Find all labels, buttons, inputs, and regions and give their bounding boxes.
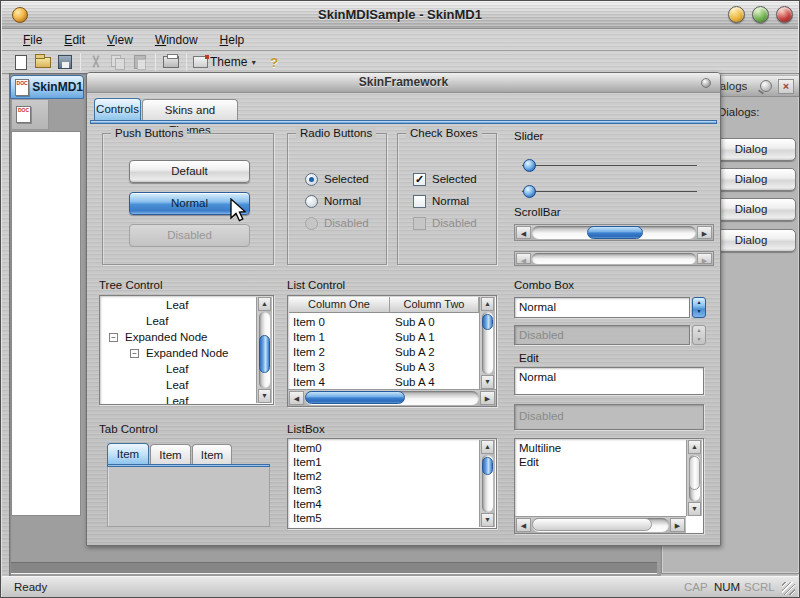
radio-selected[interactable] [305, 173, 318, 186]
dialogs-panel-close-button[interactable]: × [778, 79, 794, 94]
slider-track-1[interactable] [522, 165, 697, 167]
save-button[interactable] [54, 52, 76, 72]
list-cell[interactable]: Item 0 [293, 316, 325, 328]
tab-item-2[interactable]: Item [150, 444, 191, 464]
tree-collapse-icon[interactable]: − [130, 349, 139, 358]
list-cell[interactable]: Sub A 2 [395, 346, 435, 358]
open-button[interactable] [32, 52, 54, 72]
push-button-default[interactable]: Default [129, 160, 250, 183]
list-column-two[interactable]: Column Two [390, 297, 479, 313]
scrollbar-thumb[interactable] [482, 314, 493, 330]
scrollbar-thumb[interactable] [587, 226, 643, 239]
menu-view[interactable]: View [104, 31, 136, 49]
scroll-up-icon[interactable]: ▲ [481, 297, 494, 311]
list-cell[interactable]: Item 3 [293, 361, 325, 373]
toolbar-separator [155, 53, 156, 71]
listbox-item[interactable]: Item5 [293, 512, 322, 524]
mdi-workspace-bottom-edge [11, 562, 657, 574]
tree-collapse-icon[interactable]: − [109, 333, 118, 342]
list-column-one[interactable]: Column One [289, 297, 390, 313]
pin-icon[interactable] [760, 80, 772, 92]
combo-box-label: Combo Box [514, 279, 574, 291]
tree-item[interactable]: Leaf [166, 395, 188, 405]
theme-label: Theme [210, 55, 247, 69]
close-button[interactable] [776, 6, 793, 23]
listbox-item[interactable]: Item4 [293, 498, 322, 510]
new-button[interactable] [10, 52, 32, 72]
menu-file[interactable]: File [20, 31, 45, 49]
combo-normal[interactable]: Normal [514, 297, 690, 318]
maximize-button[interactable] [752, 6, 769, 23]
spin-up-icon: ▲ [697, 327, 702, 333]
scrollbar-thumb[interactable] [259, 335, 270, 373]
checkbox-selected[interactable]: ✓ [413, 173, 426, 186]
radio-dot [309, 177, 314, 182]
scroll-right-icon[interactable]: ▶ [697, 226, 712, 239]
tab-item-3[interactable]: Item [192, 444, 232, 464]
listbox-item[interactable]: Item6 [293, 526, 322, 529]
scroll-left-icon[interactable]: ◀ [516, 226, 531, 239]
radio-normal[interactable] [305, 195, 318, 208]
listbox-item[interactable]: Item3 [293, 484, 322, 496]
scroll-up-icon[interactable]: ▲ [688, 440, 701, 454]
resize-grip[interactable] [782, 582, 795, 595]
copy-icon [111, 55, 125, 69]
tab-skins-and-themes[interactable]: Skins and Themes [142, 99, 238, 120]
tree-item[interactable]: Leaf [166, 363, 188, 375]
help-button[interactable]: ? [263, 52, 285, 72]
scrollbar-thumb[interactable] [482, 457, 493, 475]
minimize-button[interactable] [728, 6, 745, 23]
menu-edit[interactable]: Edit [61, 31, 88, 49]
scrollbar-thumb[interactable] [532, 518, 652, 531]
tab-item-1[interactable]: Item [107, 443, 149, 464]
tree-control: Leaf Leaf − Expanded Node − Expanded Nod… [99, 295, 274, 405]
scroll-down-icon[interactable]: ▼ [688, 502, 701, 516]
list-cell[interactable]: Item 4 [293, 376, 325, 388]
print-button[interactable] [160, 52, 182, 72]
scroll-down-icon[interactable]: ▼ [481, 513, 494, 527]
scroll-up-icon[interactable]: ▲ [258, 297, 271, 311]
scroll-down-icon[interactable]: ▼ [481, 375, 494, 389]
list-cell[interactable]: Sub A 4 [395, 376, 435, 388]
tree-item[interactable]: Expanded Node [146, 347, 228, 359]
tab-controls[interactable]: Controls [94, 98, 141, 120]
document-tab-skinmd1[interactable]: DOC SkinMD1 [10, 75, 84, 99]
scroll-down-icon[interactable]: ▼ [258, 389, 271, 403]
tree-item[interactable]: Leaf [146, 315, 168, 327]
multiline-edit[interactable]: Multiline Edit ▲ ▼ ◀ ▶ [514, 438, 704, 534]
scroll-left-icon[interactable]: ◀ [516, 518, 531, 532]
menu-help[interactable]: Help [217, 31, 248, 49]
scrollbar-thumb[interactable] [305, 391, 405, 404]
list-cell[interactable]: Item 1 [293, 331, 325, 343]
list-cell[interactable]: Sub A 0 [395, 316, 435, 328]
slider-track-2[interactable] [522, 191, 697, 193]
list-cell[interactable]: Item 2 [293, 346, 325, 358]
slider-thumb-2[interactable] [523, 185, 536, 198]
tree-item[interactable]: Leaf [166, 379, 188, 391]
listbox-item[interactable]: Item2 [293, 470, 322, 482]
list-cell[interactable]: Sub A 1 [395, 331, 435, 343]
open-folder-icon [35, 57, 51, 68]
edit-normal[interactable]: Normal [514, 367, 704, 395]
scroll-right-icon[interactable]: ▶ [480, 391, 495, 405]
scroll-left-icon[interactable]: ◀ [289, 391, 304, 405]
listbox: Item0 Item1 Item2 Item3 Item4 Item5 Item… [287, 438, 497, 529]
theme-dropdown[interactable]: Theme ▼ [191, 52, 263, 72]
document-tab-secondary[interactable]: DOC [11, 100, 49, 130]
radio-label: Normal [324, 195, 361, 207]
scroll-up-icon[interactable]: ▲ [481, 440, 494, 454]
checkbox-normal[interactable] [413, 195, 426, 208]
listbox-item[interactable]: Item1 [293, 456, 322, 468]
listbox-item[interactable]: Item0 [293, 442, 322, 454]
tree-item[interactable]: Expanded Node [125, 331, 207, 343]
tree-item[interactable]: Leaf [166, 299, 188, 311]
combo-spin-button[interactable]: ▲▼ [692, 297, 706, 318]
slider-thumb-1[interactable] [523, 159, 536, 172]
dialog-sphere-button[interactable] [701, 78, 711, 88]
scroll-right-icon[interactable]: ▶ [670, 518, 685, 532]
doc-icon: DOC [15, 79, 29, 96]
list-cell[interactable]: Sub A 3 [395, 361, 435, 373]
scrollbar-thumb[interactable] [689, 456, 700, 490]
menu-window[interactable]: Window [152, 31, 201, 49]
tab-underline [90, 120, 717, 124]
